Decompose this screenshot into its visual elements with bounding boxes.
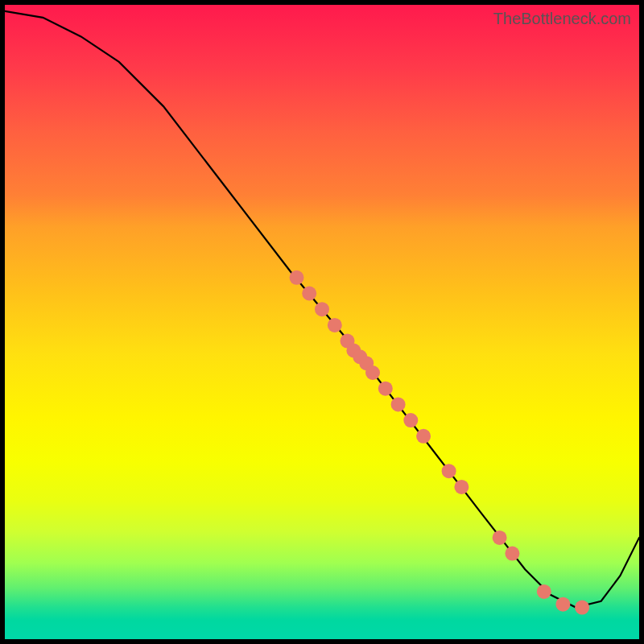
data-point xyxy=(365,365,380,380)
chart-container: TheBottleneck.com xyxy=(0,0,644,644)
data-point xyxy=(493,530,507,545)
data-point xyxy=(505,547,519,561)
data-point xyxy=(442,464,456,478)
data-point xyxy=(403,413,418,427)
data-point xyxy=(454,480,469,494)
data-point xyxy=(328,318,342,332)
data-point xyxy=(575,601,589,615)
plot-area: TheBottleneck.com xyxy=(5,5,639,639)
credit-label: TheBottleneck.com xyxy=(493,10,631,28)
data-point xyxy=(537,584,551,599)
data-point xyxy=(315,302,329,316)
data-point xyxy=(391,397,406,411)
data-point xyxy=(290,270,304,285)
data-point xyxy=(302,287,316,301)
data-point xyxy=(416,429,431,444)
highlighted-points xyxy=(290,270,590,615)
chart-svg xyxy=(5,5,639,639)
data-point xyxy=(555,597,570,612)
data-point xyxy=(378,382,393,396)
